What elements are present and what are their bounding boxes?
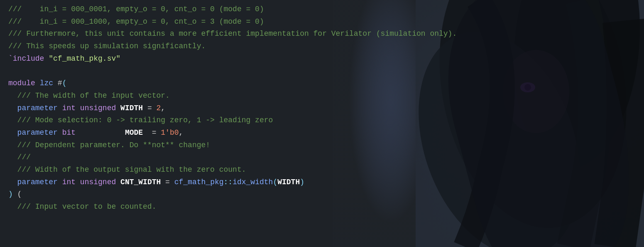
code-token: 1'b0 bbox=[161, 127, 179, 139]
code-token: int bbox=[62, 102, 76, 115]
code-token: /// bbox=[8, 3, 22, 16]
code-token: MODE bbox=[125, 127, 143, 139]
code-token: /// Dependent parameter. Do **not** chan… bbox=[17, 139, 210, 152]
code-token bbox=[8, 164, 17, 176]
code-token: /// Furthermore, bbox=[8, 28, 85, 40]
code-token: = bbox=[143, 102, 156, 115]
code-token: ( bbox=[62, 77, 67, 90]
code-token: ( bbox=[13, 188, 22, 201]
code-line: module lzc #( bbox=[8, 77, 636, 90]
code-token bbox=[8, 127, 17, 139]
code-token bbox=[8, 201, 17, 213]
code-token: , bbox=[161, 102, 165, 115]
code-token bbox=[8, 102, 17, 115]
code-token: unsigned bbox=[80, 102, 116, 115]
code-token: int bbox=[62, 176, 76, 189]
code-line: parameter int unsigned CNT_WIDTH = cf_ma… bbox=[8, 176, 636, 189]
code-line: /// Input vector to be counted. bbox=[8, 201, 636, 213]
code-line: /// The width of the input vector. bbox=[8, 90, 636, 102]
code-line: /// Mode selection: 0 -> trailing zero, … bbox=[8, 114, 636, 127]
code-token: /// Mode selection: 0 -> trailing zero, … bbox=[17, 114, 273, 127]
code-line: `include "cf_math_pkg.sv" bbox=[8, 53, 636, 65]
code-token: in_i = 000_1000, empty_o = 0, cnt_o = 3 … bbox=[22, 16, 264, 28]
code-line: /// Dependent parameter. Do **not** chan… bbox=[8, 139, 636, 152]
code-token: bit bbox=[62, 127, 76, 139]
code-token bbox=[8, 151, 17, 164]
code-line: /// in_i = 000_0001, empty_o = 0, cnt_o … bbox=[8, 3, 636, 16]
code-line: parameter int unsigned WIDTH = 2, bbox=[8, 102, 636, 115]
code-token bbox=[76, 102, 80, 115]
code-token: /// Width of the output signal with the … bbox=[17, 164, 246, 176]
code-token: module bbox=[8, 77, 35, 90]
code-token: lzc bbox=[40, 77, 53, 90]
code-token: "cf_math_pkg.sv" bbox=[49, 53, 120, 65]
code-token: parameter bbox=[17, 127, 58, 139]
code-line: /// Furthermore, this unit contains a mo… bbox=[8, 28, 636, 40]
code-token bbox=[58, 102, 62, 115]
code-editor: /// in_i = 000_0001, empty_o = 0, cnt_o … bbox=[0, 0, 644, 247]
code-token bbox=[8, 90, 17, 102]
code-token: ( bbox=[273, 176, 277, 189]
code-token: WIDTH bbox=[277, 176, 300, 189]
code-token bbox=[76, 127, 125, 139]
code-token: parameter bbox=[17, 176, 58, 189]
code-token: , bbox=[179, 127, 184, 139]
code-token: ) bbox=[8, 188, 13, 201]
code-token: :: bbox=[224, 176, 233, 189]
code-token bbox=[8, 114, 17, 127]
code-token: = bbox=[161, 176, 174, 189]
code-token bbox=[44, 53, 49, 65]
code-line: parameter bit MODE = 1'b0, bbox=[8, 127, 636, 139]
code-line: ) ( bbox=[8, 188, 636, 201]
code-token: WIDTH bbox=[120, 102, 143, 115]
code-token: /// bbox=[17, 151, 31, 164]
code-token: unsigned bbox=[80, 176, 116, 189]
code-token: idx_width bbox=[233, 176, 273, 189]
code-line: /// This speeds up simulation significan… bbox=[8, 40, 636, 53]
code-token bbox=[76, 176, 80, 189]
code-token bbox=[58, 127, 62, 139]
code-token: /// This speeds up simulation significan… bbox=[8, 40, 206, 53]
code-token: = bbox=[143, 127, 161, 139]
code-token bbox=[8, 176, 17, 189]
code-token: parameter bbox=[17, 102, 58, 115]
code-token: /// bbox=[8, 16, 22, 28]
code-token: unit contains a more efficient implement… bbox=[103, 28, 457, 40]
code-line bbox=[8, 65, 636, 77]
code-token: /// The width of the input vector. bbox=[17, 90, 170, 102]
code-token: this bbox=[85, 28, 103, 40]
code-token bbox=[116, 102, 120, 115]
code-token bbox=[58, 176, 62, 189]
code-token: 2 bbox=[157, 102, 161, 115]
code-token bbox=[8, 139, 17, 152]
code-token: # bbox=[53, 77, 62, 90]
code-token: /// Input vector to be counted. bbox=[17, 201, 157, 213]
code-line: /// Width of the output signal with the … bbox=[8, 164, 636, 176]
code-token: cf_math_pkg bbox=[174, 176, 224, 189]
code-token bbox=[116, 176, 120, 189]
code-token: ) bbox=[300, 176, 304, 189]
code-token: in_i = 000_0001, empty_o = 0, cnt_o = 0 … bbox=[22, 3, 264, 16]
code-token: CNT_WIDTH bbox=[120, 176, 161, 189]
code-token bbox=[35, 77, 40, 90]
code-token: `include bbox=[8, 53, 44, 65]
code-line: /// bbox=[8, 151, 636, 164]
code-line: /// in_i = 000_1000, empty_o = 0, cnt_o … bbox=[8, 16, 636, 28]
